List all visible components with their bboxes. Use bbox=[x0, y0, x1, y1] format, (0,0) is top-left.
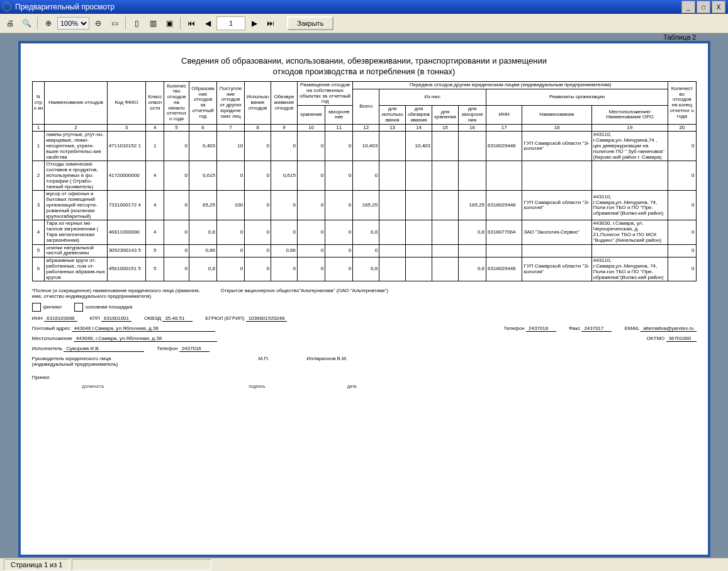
fit-page-icon[interactable]: ▭ bbox=[107, 16, 122, 31]
titlebar: Предварительный просмотр _ □ X bbox=[0, 0, 728, 14]
page-input[interactable] bbox=[216, 16, 245, 30]
col-num: 7 bbox=[216, 124, 244, 132]
col-num: 19 bbox=[591, 124, 668, 132]
view-facing-icon[interactable]: ▣ bbox=[162, 16, 177, 31]
first-page-icon[interactable]: ⏮ bbox=[184, 16, 199, 31]
table-number: Таблица 2 bbox=[663, 33, 696, 41]
table-row: 1лампы ртутные, ртут-но-кварцевые, люми-… bbox=[32, 132, 696, 161]
col-num: 11 bbox=[325, 124, 353, 132]
col-num: 8 bbox=[245, 124, 271, 132]
table-row: 2Отходы химических составов и продуктов,… bbox=[32, 161, 696, 191]
col-num: 4 bbox=[146, 124, 164, 132]
footnote: *Полное (и сокращенное) наименование юри… bbox=[32, 288, 208, 299]
zoom-out-icon[interactable]: ⊖ bbox=[91, 16, 106, 31]
col-num: 20 bbox=[668, 124, 696, 132]
search-icon[interactable]: 🔍 bbox=[19, 16, 34, 31]
statusbar: Страница 1 из 1 bbox=[0, 558, 728, 571]
col-num: 1 bbox=[32, 124, 45, 132]
col-num: 9 bbox=[271, 124, 298, 132]
footer: *Полное (и сокращенное) наименование юри… bbox=[32, 288, 697, 388]
main-site-checkbox bbox=[74, 303, 83, 312]
org-full-name: Открытое акционерное общество"Альтернати… bbox=[221, 288, 697, 299]
view-single-icon[interactable]: ▯ bbox=[129, 16, 144, 31]
prev-page-icon[interactable]: ◀ bbox=[200, 16, 215, 31]
view-continuous-icon[interactable]: ▥ bbox=[145, 16, 160, 31]
report-table: N стро ки Наименование отходов Код ФККО … bbox=[32, 81, 697, 281]
zoom-select[interactable]: 100% bbox=[57, 17, 89, 30]
table-row: 3мусор от офисных и бытовых помещений ор… bbox=[32, 191, 696, 220]
col-num: 3 bbox=[107, 124, 146, 132]
window-title: Предварительный просмотр bbox=[15, 3, 115, 11]
doc-title-1: Сведения об образовании, использовании, … bbox=[32, 56, 697, 65]
col-num: 17 bbox=[486, 124, 522, 132]
next-page-icon[interactable]: ▶ bbox=[247, 16, 262, 31]
app-icon bbox=[3, 3, 11, 11]
close-window-button[interactable]: X bbox=[712, 1, 725, 13]
col-num: 5 bbox=[164, 124, 189, 132]
preview-area: Таблица 2 Сведения об образовании, испол… bbox=[0, 33, 728, 558]
col-num: 6 bbox=[189, 124, 216, 132]
toolbar: 🖨 🔍 ⊕ 100% ⊖ ▭ ▯ ▥ ▣ ⏮ ◀ ▶ ⏭ Закрыть bbox=[0, 14, 728, 33]
close-button[interactable]: Закрыть bbox=[287, 16, 333, 30]
doc-title-2: отходов производства и потребления (в то… bbox=[32, 67, 697, 76]
col-num: 13 bbox=[379, 124, 406, 132]
filial-checkbox bbox=[32, 303, 41, 312]
col-num: 16 bbox=[458, 124, 486, 132]
table-row: 6абразивные круги от-работанные, лом от-… bbox=[32, 257, 696, 281]
maximize-button[interactable]: □ bbox=[697, 1, 710, 13]
status-page: Страница 1 из 1 bbox=[4, 559, 69, 570]
col-num: 10 bbox=[297, 124, 325, 132]
col-num: 2 bbox=[45, 124, 107, 132]
table-row: 5опилки натуральной чистой древесины3052… bbox=[32, 244, 696, 257]
minimize-button[interactable]: _ bbox=[681, 1, 695, 13]
print-icon[interactable]: 🖨 bbox=[3, 16, 18, 31]
last-page-icon[interactable]: ⏭ bbox=[263, 16, 278, 31]
col-num: 18 bbox=[522, 124, 591, 132]
report-page: Таблица 2 Сведения об образовании, испол… bbox=[18, 41, 710, 557]
col-num: 12 bbox=[353, 124, 379, 132]
table-row: 4Тара из черных ме-таллов загрязненная (… bbox=[32, 220, 696, 244]
col-num: 15 bbox=[432, 124, 459, 132]
col-num: 14 bbox=[406, 124, 432, 132]
zoom-in-icon[interactable]: ⊕ bbox=[41, 16, 56, 31]
